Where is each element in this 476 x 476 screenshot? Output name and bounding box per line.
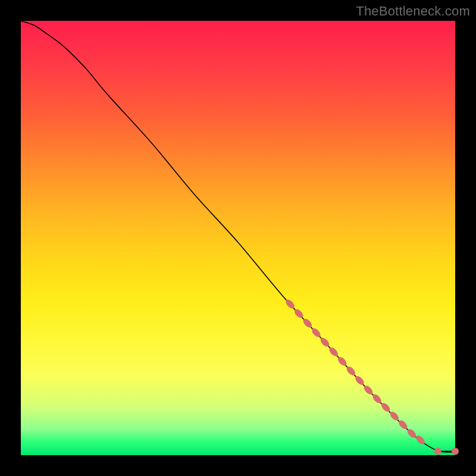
main-curve xyxy=(21,21,455,452)
end-marker xyxy=(434,447,441,455)
curve-svg xyxy=(21,21,455,455)
end-marker xyxy=(452,447,459,455)
curve-markers xyxy=(284,298,427,446)
plot-area xyxy=(21,21,455,455)
watermark-text: TheBottleneck.com xyxy=(356,4,470,19)
chart-frame: TheBottleneck.com xyxy=(0,0,476,476)
end-markers xyxy=(434,447,459,455)
